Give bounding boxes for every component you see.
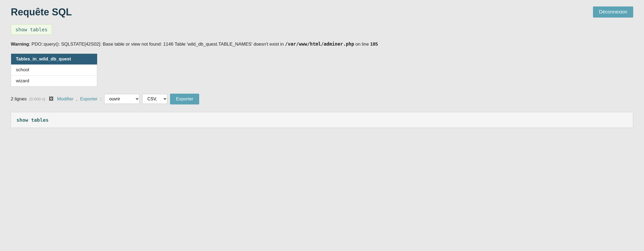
warning-file-path: /var/www/html/adminer.php xyxy=(285,41,354,47)
warning-label: Warning xyxy=(11,42,29,47)
warning-line-number: 185 xyxy=(370,42,378,47)
column-header: Tables_in_wild_db_quest xyxy=(11,54,97,65)
table-cell-wizard: wizard xyxy=(11,75,97,86)
table-row: wizard xyxy=(11,75,97,86)
table-cell-school: school xyxy=(11,65,97,76)
sql-editor-content: show tables xyxy=(16,117,49,123)
open-select[interactable]: ouvrir télécharger xyxy=(104,94,140,104)
comma-separator: , xyxy=(76,96,77,102)
warning-line-text: on line xyxy=(354,42,370,47)
sql-editor-box: show tables xyxy=(11,112,633,128)
results-table: Tables_in_wild_db_quest school wizard xyxy=(11,54,97,87)
deconnexion-button[interactable]: Déconnexion xyxy=(593,6,633,18)
format-select[interactable]: CSV, TSV, JSON xyxy=(142,94,167,104)
export-button[interactable]: Exporter xyxy=(170,94,199,104)
edit-icon: 🖼 xyxy=(48,96,55,102)
sql-query-display: show tables xyxy=(11,24,52,35)
page-title: Requête SQL xyxy=(11,6,72,18)
table-row: school xyxy=(11,65,97,76)
time-label: (0.000 s) xyxy=(29,97,45,101)
colon-separator: : xyxy=(100,96,101,102)
exporter-link[interactable]: Exporter xyxy=(80,96,97,102)
modifier-link[interactable]: Modifier xyxy=(57,96,73,102)
warning-message: Warning: PDO::query(): SQLSTATE[42S02]: … xyxy=(11,41,633,48)
row-count: 2 lignes xyxy=(11,96,27,102)
footer-row: 2 lignes (0.000 s) 🖼 Modifier, Exporter:… xyxy=(11,94,633,104)
warning-text-body: : PDO::query(): SQLSTATE[42S02]: Base ta… xyxy=(29,42,285,47)
